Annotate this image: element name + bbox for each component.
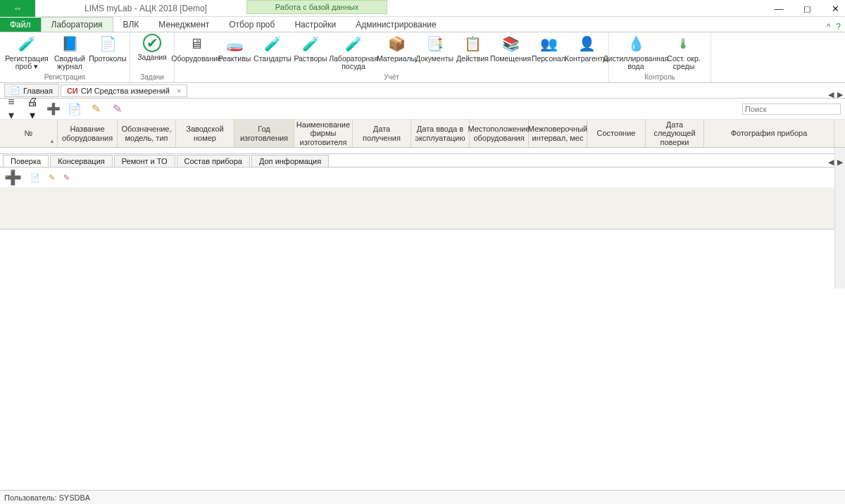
ribbon-icon: 📚 [501,34,520,53]
dtab-repair[interactable]: Ремонт и ТО [114,155,175,167]
dtab-poverka[interactable]: Поверка [3,155,49,167]
ribbon-tab-sampling[interactable]: Отбор проб [219,18,284,32]
col-header[interactable]: №▲ [0,120,58,147]
ribbon-label: Оборудование [171,55,221,63]
detail-scroll-left[interactable]: ◀ [828,158,834,167]
instruments-grid: №▲Название оборудованияОбозначение, моде… [0,120,845,148]
grid-toolbar: ≡ ▾ 🖨 ▾ ➕ 📄 ✎ ✎ [0,99,845,120]
col-header[interactable]: Местоположение оборудования [470,120,529,147]
col-header[interactable]: Фотография прибора [704,120,834,147]
ribbon-icon: 🧪 [344,34,363,53]
col-header[interactable]: Межповерочный интервал, мес [529,120,587,147]
ribbon-icon: 🧪 [17,34,37,53]
close-button[interactable]: ✕ [828,4,842,14]
ribbon-tab-vlk[interactable]: ВЛК [113,18,149,32]
dtab-conservation[interactable]: Консервация [50,155,113,167]
ribbon-group-label: Регистрация [3,73,127,82]
tab-instruments[interactable]: СИ СИ Средства измерений × [61,84,187,97]
ribbon-group-label: Контроль [612,73,708,82]
ribbon-icon: 📄 [98,34,118,53]
si-icon: СИ [67,87,78,95]
ribbon-tab-settings[interactable]: Настройки [284,18,346,32]
edit2-button[interactable]: ✎ [110,102,124,115]
ribbon-collapse-icon[interactable]: ^ [827,22,831,32]
ribbon-задания[interactable]: ✔Задания [133,34,171,61]
ribbon-растворы[interactable]: 🧪Растворы [292,34,330,70]
ribbon-icon: 🧫 [225,34,244,53]
col-header[interactable]: Дата получения [353,120,411,147]
tab-scroll-left[interactable]: ◀ [828,90,834,99]
ribbon-icon: 💧 [626,34,646,53]
ribbon-icon: 📘 [60,34,80,53]
ribbon-tabbar: Файл Лаборатория ВЛК Менеджмент Отбор пр… [0,17,845,32]
document-tabs: 📄 Главная СИ СИ Средства измерений × [0,83,845,99]
ribbon-group-label: Учёт [177,73,606,82]
page-icon: 📄 [11,86,20,95]
ribbon-сост.-окр.-среды[interactable]: 🌡Сост. окр. среды [660,34,708,70]
dtab-composition[interactable]: Состав прибора [177,155,250,167]
ribbon-помещения[interactable]: 📚Помещения [492,34,530,70]
col-header[interactable]: Дата ввода в эксплуатацию [411,120,470,147]
help-icon[interactable]: ? [836,22,841,32]
ribbon: 🧪Регистрация проб ▾📘Сводный журнал📄Прото… [0,32,845,83]
ribbon-label: Регистрация проб ▾ [3,55,51,70]
search-input[interactable] [742,103,841,115]
ribbon-tab-file[interactable]: Файл [0,18,41,32]
maximize-button[interactable]: ◻ [800,4,814,14]
ribbon-контрагенты[interactable]: 👤Контрагенты [568,34,606,70]
ribbon-оборудование[interactable]: 🖥Оборудование [177,34,215,70]
detail-edit-button[interactable]: ✎ [49,173,55,182]
ribbon-стандарты[interactable]: 🧪Стандарты [254,34,292,70]
vertical-scrollbar[interactable] [834,148,845,289]
ribbon-дистиллированная-вода[interactable]: 💧Дистиллированная вода [612,34,660,70]
ribbon-icon: 🧪 [263,34,282,53]
detail-tabs: Поверка Консервация Ремонт и ТО Состав п… [0,153,845,168]
detail-edit2-button[interactable]: ✎ [63,173,70,182]
ribbon-сводный-журнал[interactable]: 📘Сводный журнал [51,34,89,70]
ribbon-персонал[interactable]: 👥Персонал [530,34,568,70]
ribbon-реактивы[interactable]: 🧫Реактивы [215,34,254,70]
tab-close-icon[interactable]: × [177,87,181,95]
ribbon-label: Помещения [490,55,531,63]
col-header[interactable]: Обозначение, модель, тип [118,120,176,147]
ribbon-label: Сост. окр. среды [660,55,708,70]
minimize-button[interactable]: — [772,4,786,14]
ribbon-tab-management[interactable]: Менеджмент [149,18,219,32]
ribbon-icon: 🖥 [187,34,206,53]
ribbon-tab-lab[interactable]: Лаборатория [41,17,113,32]
detail-add-doc-button[interactable]: 📄 [30,173,40,182]
ribbon-icon: 👥 [539,34,558,53]
ribbon-протоколы[interactable]: 📄Протоколы [89,34,127,70]
dtab-extra[interactable]: Доп информация [251,155,329,167]
ribbon-регистрация-проб-▾[interactable]: 🧪Регистрация проб ▾ [3,34,51,70]
ribbon-материалы[interactable]: 📦Материалы [377,34,415,70]
window-title: LIMS myLab - АЦК 2018 [Demo] [84,4,207,13]
ribbon-документы[interactable]: 📑Документы [415,34,453,70]
ribbon-label: Лабораторная посуда [329,55,378,70]
detail-scroll-right[interactable]: ▶ [837,158,843,167]
col-header[interactable]: Состояние [587,120,646,147]
ribbon-label: Сводный журнал [51,55,89,70]
ribbon-label: Реактивы [218,55,251,63]
ribbon-действия[interactable]: 📋Действия [453,34,492,70]
ribbon-icon: ✔ [143,34,161,52]
quick-access[interactable]: ◦◦ [0,0,35,17]
col-header[interactable]: Заводской номер [176,120,234,147]
col-header[interactable]: Наименование фирмы изготовителя [294,120,353,147]
col-header[interactable]: Год изготовления [234,120,294,147]
add-doc-button[interactable]: 📄 [68,102,82,115]
edit-button[interactable]: ✎ [89,102,103,115]
ribbon-лабораторная-посуда[interactable]: 🧪Лабораторная посуда [330,34,377,70]
ribbon-tab-admin[interactable]: Администрирование [346,18,446,32]
ribbon-label: Действия [456,55,489,63]
print-icon[interactable]: 🖨 ▾ [25,96,39,122]
tab-instruments-label: СИ Средства измерений [81,87,170,95]
add-button[interactable]: ➕ [46,102,61,115]
col-header[interactable]: Название оборудования [58,120,118,147]
hamburger-icon[interactable]: ≡ ▾ [4,96,18,122]
col-header[interactable]: Дата следующей поверки [646,120,704,147]
ribbon-icon: 🧪 [301,34,320,53]
tab-scroll-right[interactable]: ▶ [837,90,843,99]
detail-add-button[interactable]: ➕ [4,169,22,186]
ribbon-icon: 📦 [387,34,406,53]
